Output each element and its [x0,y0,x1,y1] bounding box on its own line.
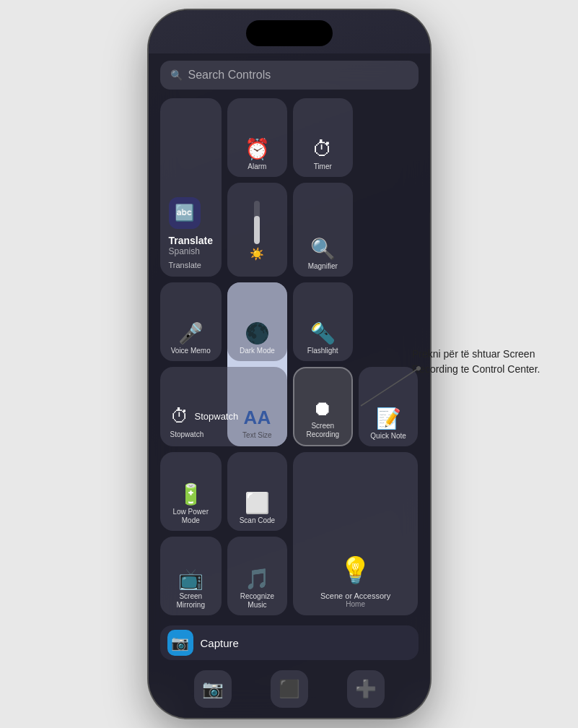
screenmirror-label: Screen Mirroring [165,592,217,610]
callout-annotation: Prekni për të shtuar Screen Recording te… [412,347,564,377]
quicknote-label: Quick Note [370,432,406,441]
control-center-overlay: 🔍 Search Controls 🔤 Translate Spanish Tr… [149,53,430,718]
lowpower-icon: 🔋 [178,485,203,505]
dock-icon-qr[interactable]: ⬛ [271,670,308,708]
darkmode-control[interactable]: 🌑 Dark Mode [227,282,287,361]
recognizemusic-label: Recognize Music [232,592,283,610]
capture-icon: 📷 [167,630,193,656]
voicememo-icon: 🎤 [178,324,203,344]
lowpower-label: Low Power Mode [165,508,217,525]
screenmirror-icon: 📺 [178,569,203,589]
recognizemusic-control[interactable]: 🎵 Recognize Music [227,537,287,615]
dock-icon-add[interactable]: ➕ [347,670,385,708]
bottom-bar[interactable]: 📷 Capture [160,625,419,660]
timer-icon: ⏱ [312,139,333,160]
scene-label: Scene or Accessory [320,592,390,600]
scancode-label: Scan Code [240,516,275,525]
voicememo-control[interactable]: 🎤 Voice Memo [160,282,222,361]
stopwatch-title: Stopwatch [195,411,239,422]
timer-control[interactable]: ⏱ Timer [293,98,353,177]
darkmode-label: Dark Mode [240,347,275,355]
darkmode-icon: 🌑 [245,324,270,344]
dynamic-island [246,20,333,46]
scene-control[interactable]: 💡 Scene or Accessory Home [293,452,419,615]
screenrec-label: Screen Recording [299,422,347,439]
alarm-icon: ⏰ [245,139,270,160]
voicememo-label: Voice Memo [171,347,211,355]
screenrec-control[interactable]: ⏺ Screen Recording [293,367,353,446]
screenmirror-control[interactable]: 📺 Screen Mirroring [160,537,222,615]
stopwatch-label: Stopwatch [170,430,204,439]
translate-title: Translate [169,235,213,246]
timer-label: Timer [314,162,332,171]
phone-frame: 🔍 Search Controls 🔤 Translate Spanish Tr… [149,10,430,718]
translate-icon: 🔤 [169,197,201,229]
magnifier-label: Magnifier [308,262,338,271]
capture-label: Capture [201,637,239,649]
alarm-label: Alarm [248,162,266,171]
scene-sub: Home [346,600,365,608]
brightness-bar [254,201,260,244]
flashlight-control[interactable]: 🔦 Flashlight [293,282,353,361]
flashlight-label: Flashlight [307,347,338,355]
search-input: Search Controls [188,69,271,82]
quicknote-icon: 📝 [376,409,401,429]
callout-text: Prekni për të shtuar Screen Recording te… [412,348,540,375]
flashlight-icon: 🔦 [310,324,336,344]
brightness-fill [254,216,260,244]
stopwatch-inner: ⏱ Stopwatch [170,405,239,428]
translate-footer: Translate [169,261,201,269]
translate-subtitle: Spanish [169,246,200,256]
alarm-control[interactable]: ⏰ Alarm [227,98,287,177]
stopwatch-control[interactable]: ⏱ Stopwatch Stopwatch [160,367,287,446]
recognizemusic-icon: 🎵 [245,569,270,589]
dock-icon-camera[interactable]: 📷 [194,670,232,708]
search-icon: 🔍 [170,69,183,81]
scancode-control[interactable]: ⬜ Scan Code [227,452,287,531]
magnifier-icon: 🔍 [310,239,336,259]
screenrec-icon: ⏺ [312,399,333,419]
scancode-icon: ⬜ [245,493,270,514]
search-bar[interactable]: 🔍 Search Controls [160,61,419,90]
phone-screen: 🔍 Search Controls 🔤 Translate Spanish Tr… [149,10,430,718]
translate-control[interactable]: 🔤 Translate Spanish Translate [160,98,222,277]
controls-grid: 🔤 Translate Spanish Translate ⏰ Alarm ⏱ … [160,98,419,615]
quicknote-control[interactable]: 📝 Quick Note [359,367,419,446]
magnifier-control[interactable]: 🔍 Magnifier [293,183,353,277]
lowpower-control[interactable]: 🔋 Low Power Mode [160,452,222,531]
scene-icon: 💡 [339,555,372,586]
bottom-dock: 📷 ⬛ ➕ [160,666,419,711]
brightness-control[interactable]: ☀️ [227,183,287,277]
